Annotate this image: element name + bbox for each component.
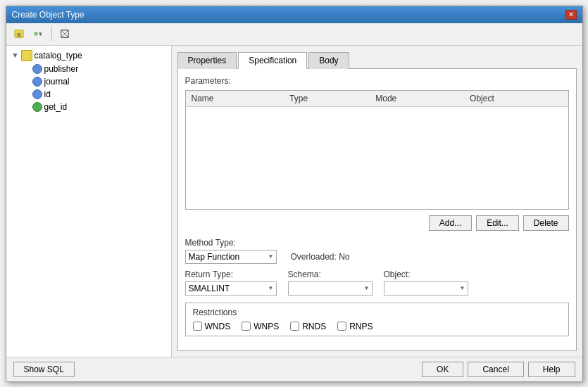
- schema-select-wrapper: ▼: [288, 281, 373, 296]
- parameters-label: Parameters:: [185, 76, 569, 86]
- sub-icon: [32, 77, 42, 87]
- tree-root-label: catalog_type: [35, 51, 82, 61]
- rnds-checkbox[interactable]: [290, 322, 299, 331]
- refresh-button[interactable]: [56, 25, 73, 42]
- back-button[interactable]: ⊞: [11, 25, 27, 42]
- tab-body[interactable]: Body: [308, 52, 349, 69]
- svg-text:⊞: ⊞: [17, 32, 21, 37]
- method-type-select[interactable]: Map Function Order Function Constructor: [185, 250, 277, 264]
- wnds-checkbox[interactable]: [193, 322, 202, 331]
- checkbox-row: WNDS WNPS RNDS RNPS: [193, 322, 561, 331]
- return-schema-row: Return Type: SMALLINT INTEGER VARCHAR ▼ …: [185, 269, 569, 296]
- method-type-group: Method Type: Map Function Order Function…: [185, 238, 277, 264]
- schema-select[interactable]: [288, 281, 373, 296]
- tree-item-journal[interactable]: journal: [9, 75, 168, 88]
- checkbox-rnps[interactable]: RNPS: [337, 322, 373, 331]
- tree-item-label: get_id: [44, 102, 68, 112]
- nav-dropdown-button[interactable]: ▼: [30, 25, 47, 42]
- show-sql-button[interactable]: Show SQL: [13, 362, 75, 377]
- method-icon: [32, 102, 42, 112]
- tab-properties[interactable]: Properties: [177, 52, 237, 69]
- tree-item-label: id: [44, 89, 51, 99]
- delete-button[interactable]: Delete: [523, 215, 569, 231]
- col-mode: Mode: [370, 91, 464, 107]
- return-type-group: Return Type: SMALLINT INTEGER VARCHAR ▼: [185, 269, 277, 296]
- return-type-select[interactable]: SMALLINT INTEGER VARCHAR: [185, 281, 277, 296]
- toolbar-separator: [51, 27, 52, 41]
- tree-item-id[interactable]: id: [9, 88, 168, 101]
- create-object-type-dialog: Create Object Type ✕ ⊞ ▼: [6, 6, 583, 382]
- col-name: Name: [186, 91, 284, 107]
- table-action-buttons: Add... Edit... Delete: [185, 215, 569, 231]
- dialog-title: Create Object Type: [12, 10, 85, 20]
- back-icon: ⊞: [14, 28, 24, 39]
- ok-button[interactable]: OK: [422, 362, 463, 377]
- object-select-wrapper: ▼: [384, 281, 468, 296]
- right-panel: Properties Specification Body Parameters…: [172, 46, 582, 357]
- tabs: Properties Specification Body: [177, 51, 577, 69]
- wnps-checkbox[interactable]: [242, 322, 251, 331]
- left-panel: ▼ catalog_type publisher journal id: [6, 46, 172, 357]
- checkbox-wnps[interactable]: WNPS: [242, 322, 279, 331]
- parameters-table: Name Type Mode Object: [186, 91, 568, 107]
- checkbox-wnds[interactable]: WNDS: [193, 322, 231, 331]
- tree-root-item[interactable]: ▼ catalog_type: [9, 49, 168, 63]
- restrictions-box: Restrictions WNDS WNPS RNDS: [185, 303, 569, 336]
- main-content: ▼ catalog_type publisher journal id: [6, 46, 582, 357]
- refresh-icon: [60, 28, 70, 39]
- col-type: Type: [284, 91, 370, 107]
- help-button[interactable]: Help: [528, 362, 575, 377]
- schema-label: Schema:: [288, 269, 373, 279]
- overloaded-label: Overloaded: No: [291, 252, 350, 264]
- toolbar: ⊞ ▼: [6, 23, 582, 46]
- cancel-button[interactable]: Cancel: [468, 362, 523, 377]
- close-button[interactable]: ✕: [565, 10, 577, 20]
- object-label: Object:: [384, 269, 468, 279]
- return-type-select-wrapper: SMALLINT INTEGER VARCHAR ▼: [185, 281, 277, 296]
- method-type-row: Method Type: Map Function Order Function…: [185, 238, 569, 264]
- parameters-table-wrapper: Name Type Mode Object: [185, 90, 569, 210]
- method-type-select-wrapper: Map Function Order Function Constructor …: [185, 250, 277, 264]
- sub-icon: [32, 89, 42, 99]
- tab-content-specification: Parameters: Name Type Mode Object: [177, 69, 577, 351]
- object-group: Object: ▼: [384, 269, 468, 296]
- return-type-label: Return Type:: [185, 269, 277, 279]
- tree-item-label: journal: [44, 77, 70, 87]
- sub-icon: [32, 64, 42, 74]
- tree-item-label: publisher: [44, 64, 79, 74]
- tab-specification[interactable]: Specification: [238, 52, 307, 69]
- tree-item-getid[interactable]: get_id: [9, 101, 168, 113]
- add-button[interactable]: Add...: [429, 215, 472, 231]
- restrictions-title: Restrictions: [193, 307, 561, 317]
- method-type-label: Method Type:: [185, 238, 277, 248]
- edit-button[interactable]: Edit...: [476, 215, 519, 231]
- checkbox-rnds[interactable]: RNDS: [290, 322, 326, 331]
- catalog-icon: [21, 50, 32, 61]
- footer: Show SQL OK Cancel Help: [6, 357, 582, 381]
- dropdown-arrow-icon: ▼: [38, 31, 44, 37]
- tree-item-publisher[interactable]: publisher: [9, 63, 168, 75]
- col-object: Object: [464, 91, 568, 107]
- footer-buttons: OK Cancel Help: [422, 362, 575, 377]
- expand-icon: ▼: [12, 51, 19, 59]
- rnps-checkbox[interactable]: [337, 322, 346, 331]
- schema-group: Schema: ▼: [288, 269, 373, 296]
- title-bar: Create Object Type ✕: [6, 6, 582, 23]
- object-select[interactable]: [384, 281, 468, 296]
